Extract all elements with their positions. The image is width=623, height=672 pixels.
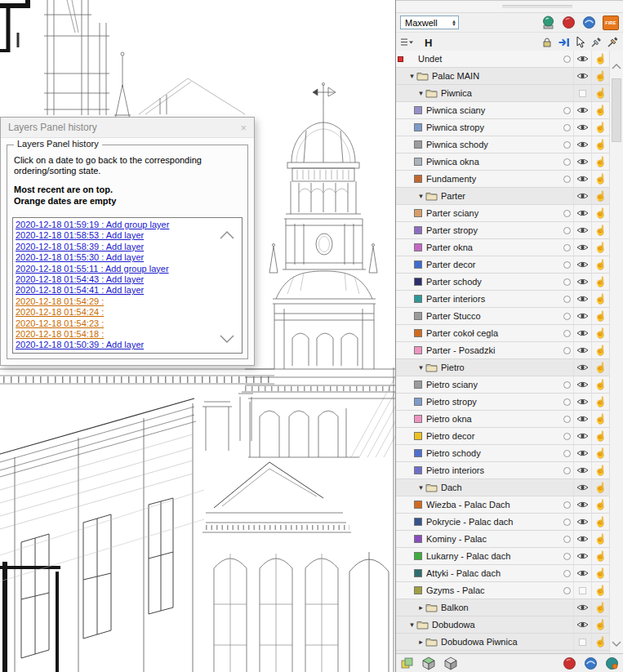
layer-name[interactable]: Gzyms - Palac (426, 585, 561, 595)
layer-name[interactable]: Dobudowa Piwnica (441, 637, 561, 647)
layer-row[interactable]: Gzyms - Palac ☝ (396, 582, 609, 599)
renderer-dropdown[interactable]: Maxwell ▲▼ (400, 16, 459, 29)
visibility-cell[interactable] (573, 616, 591, 633)
visibility-cell[interactable] (573, 154, 591, 170)
visibility-cell[interactable] (573, 531, 591, 547)
lock-cell[interactable]: ☝ (591, 428, 609, 444)
lock-cell[interactable]: ☝ (591, 411, 609, 427)
gray-cube-icon[interactable] (443, 656, 458, 670)
visibility-cell[interactable] (573, 171, 591, 187)
scrollbar-thumb[interactable] (612, 78, 621, 142)
layer-name[interactable]: Attyki - Palac dach (426, 568, 561, 578)
expand-arrow-icon[interactable]: ▾ (416, 483, 425, 492)
visibility-cell[interactable] (573, 325, 591, 341)
teal-sphere-icon[interactable] (541, 16, 555, 29)
panel-grip[interactable] (502, 5, 572, 8)
history-date-link[interactable]: 2020-12-18 01:58:53 : Add layer (16, 230, 242, 241)
layer-row[interactable]: Parter - Posadzki ☝ (396, 342, 609, 359)
expand-arrow-icon[interactable]: ▸ (416, 638, 425, 646)
red-sphere-icon[interactable] (562, 16, 576, 29)
visibility-cell[interactable] (573, 634, 591, 650)
layer-row[interactable]: ▸ Balkon ☝ (396, 599, 609, 616)
lock-cell[interactable]: ☝ (591, 359, 609, 376)
layer-name[interactable]: Pietro stropy (426, 397, 561, 407)
layer-row[interactable]: Pietro okna ☝ (396, 411, 609, 428)
visibility-cell[interactable] (573, 462, 591, 478)
material-circle-icon[interactable] (563, 56, 571, 63)
visibility-cell[interactable] (573, 308, 591, 324)
visibility-cell[interactable] (573, 548, 591, 564)
history-date-link[interactable]: 2020-12-18 01:54:24 : (16, 307, 242, 318)
material-circle-icon[interactable] (563, 313, 571, 320)
layer-row[interactable]: ▾ Pietro ☝ (396, 359, 609, 376)
history-date-link[interactable]: 2020-12-18 01:55:30 : Add layer (16, 252, 242, 263)
green-cube-icon[interactable] (421, 656, 436, 670)
history-date-link[interactable]: 2020-12-18 01:54:23 : (16, 318, 242, 329)
layer-color-swatch[interactable] (414, 175, 422, 183)
lock-cell[interactable]: ☝ (591, 222, 609, 238)
visibility-cell[interactable] (573, 188, 591, 204)
material-circle-icon[interactable] (563, 158, 571, 166)
layer-row[interactable]: Wiezba - Palac Dach ☝ (396, 496, 609, 514)
lock-icon[interactable] (541, 37, 553, 48)
material-circle-icon[interactable] (563, 587, 571, 594)
visibility-cell[interactable] (573, 102, 591, 118)
history-date-link[interactable]: 2020-12-18 01:59:19 : Add group layer (16, 220, 242, 230)
lock-cell[interactable]: ☝ (591, 445, 609, 461)
eyedropper-icon[interactable] (590, 37, 602, 48)
material-circle-icon[interactable] (563, 210, 571, 217)
material-circle-icon[interactable] (563, 570, 571, 577)
layers-stack-icon[interactable] (400, 656, 414, 670)
layer-row[interactable]: Parter cokoł cegla ☝ (396, 325, 609, 342)
lock-cell[interactable]: ☝ (591, 136, 609, 153)
layer-name[interactable]: Dach (441, 483, 561, 492)
material-circle-icon[interactable] (563, 467, 571, 474)
lock-cell[interactable]: ☝ (591, 496, 609, 513)
layer-color-swatch[interactable] (414, 260, 422, 269)
layer-name[interactable]: Parter (441, 191, 561, 201)
layer-name[interactable]: Parter stropy (426, 225, 561, 235)
lock-cell[interactable]: ☝ (591, 582, 609, 599)
history-date-link[interactable]: 2020-12-18 01:54:43 : Add layer (16, 274, 242, 285)
layer-name[interactable]: Pietro schody (426, 448, 561, 458)
layer-color-swatch[interactable] (414, 329, 422, 337)
layer-color-swatch[interactable] (414, 432, 422, 440)
fire-badge-icon[interactable]: FIRE (603, 16, 619, 30)
layer-name[interactable]: Wiezba - Palac Dach (426, 500, 561, 510)
material-circle-icon[interactable] (563, 536, 571, 543)
layer-row[interactable]: Fundamenty ☝ (396, 171, 609, 188)
layer-row[interactable]: ▾ Dobudowa ☝ (396, 616, 609, 634)
material-circle-icon[interactable] (563, 416, 571, 423)
visibility-cell[interactable] (573, 205, 591, 221)
layer-color-swatch[interactable] (414, 123, 422, 131)
history-date-link[interactable]: 2020-12-18 01:50:34 : Add layer (16, 351, 242, 354)
layer-color-swatch[interactable] (414, 243, 422, 251)
history-list[interactable]: 2020-12-18 01:59:19 : Add group layer202… (12, 217, 243, 354)
expand-arrow-icon[interactable]: ▾ (416, 363, 425, 372)
layer-row[interactable]: ▾ Dach ☝ (396, 479, 609, 496)
lock-cell[interactable]: ☝ (591, 599, 609, 616)
layer-color-swatch[interactable] (414, 449, 422, 457)
layer-row[interactable]: Parter interiors ☝ (396, 291, 609, 308)
lock-cell[interactable]: ☝ (591, 394, 609, 410)
visibility-cell[interactable] (573, 376, 591, 393)
layer-row[interactable]: Pietro schody ☝ (396, 445, 609, 462)
layer-color-swatch[interactable] (414, 158, 422, 166)
dialog-titlebar[interactable]: Layers Panel history × (1, 118, 254, 138)
visibility-cell[interactable] (573, 51, 591, 67)
cursor-icon[interactable] (576, 36, 585, 49)
lock-cell[interactable]: ☝ (591, 85, 609, 101)
lock-cell[interactable]: ☝ (591, 616, 609, 633)
layer-row[interactable]: Pietro decor ☝ (396, 428, 609, 445)
material-circle-icon[interactable] (563, 330, 571, 337)
layer-color-swatch[interactable] (414, 381, 422, 389)
visibility-cell[interactable] (573, 342, 591, 358)
lock-cell[interactable]: ☝ (591, 479, 609, 496)
lock-cell[interactable]: ☝ (591, 531, 609, 547)
expand-arrow-icon[interactable]: ▾ (416, 89, 425, 97)
layer-color-swatch[interactable] (414, 586, 422, 594)
lock-cell[interactable]: ☝ (591, 51, 609, 67)
lock-cell[interactable]: ☝ (591, 119, 609, 136)
lock-cell[interactable]: ☝ (591, 548, 609, 564)
blue-sphere-icon[interactable] (582, 16, 596, 29)
